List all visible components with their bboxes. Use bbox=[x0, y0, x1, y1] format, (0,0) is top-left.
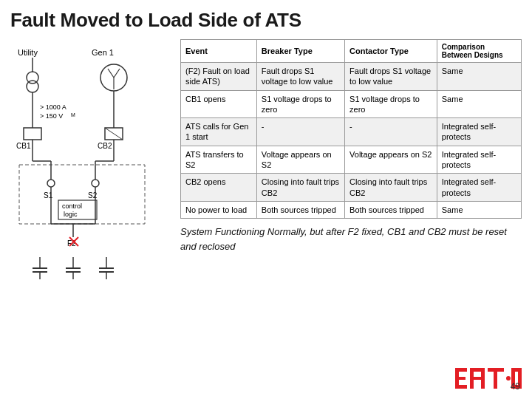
diagram-area: Utility Gen 1 > 100 bbox=[10, 39, 173, 327]
svg-line-20 bbox=[105, 128, 123, 140]
svg-line-7 bbox=[108, 69, 114, 78]
table-row: CB2 opens Closing into fault trips CB2 C… bbox=[181, 174, 522, 202]
svg-rect-62 bbox=[488, 368, 504, 372]
cell-comparison-0: Same bbox=[437, 63, 521, 91]
cell-contactor-3: Voltage appears on S2 bbox=[345, 146, 437, 174]
svg-text:M: M bbox=[71, 112, 75, 117]
table-row: CB1 opens S1 voltage drops to zero S1 vo… bbox=[181, 90, 522, 118]
svg-rect-63 bbox=[494, 372, 497, 389]
cell-comparison-3: Integrated self-protects bbox=[437, 146, 521, 174]
page-number: 49 bbox=[511, 381, 520, 392]
cell-breaker-4: Closing into fault trips CB2 bbox=[256, 174, 344, 202]
svg-text:logic: logic bbox=[64, 211, 78, 218]
table-row: (F2) Fault on load side ATS) Fault drops… bbox=[181, 63, 522, 91]
cell-event-3: ATS transfers to S2 bbox=[181, 146, 257, 174]
cell-comparison-4: Integrated self-protects bbox=[437, 174, 521, 202]
cell-event-2: ATS calls for Gen 1 start bbox=[181, 118, 257, 146]
cell-contactor-2: - bbox=[345, 118, 437, 146]
svg-point-28 bbox=[92, 180, 99, 187]
col-header-contactor: Contactor Type bbox=[345, 40, 437, 63]
table-row: ATS transfers to S2 Voltage appears on S… bbox=[181, 146, 522, 174]
table-row: ATS calls for Gen 1 start - - Integrated… bbox=[181, 118, 522, 146]
svg-text:CB2: CB2 bbox=[98, 142, 112, 150]
svg-rect-60 bbox=[470, 368, 485, 372]
cell-event-4: CB2 opens bbox=[181, 174, 257, 202]
cell-contactor-4: Closing into fault trips CB2 bbox=[345, 174, 437, 202]
svg-text:S1: S1 bbox=[44, 191, 53, 200]
svg-rect-57 bbox=[455, 385, 467, 389]
cell-event-1: CB1 opens bbox=[181, 90, 257, 118]
page-title: Fault Moved to Load Side of ATS bbox=[10, 9, 522, 32]
svg-line-8 bbox=[114, 69, 120, 78]
svg-text:control: control bbox=[62, 202, 82, 210]
cell-breaker-5: Both sources tripped bbox=[256, 201, 344, 218]
cell-comparison-1: Same bbox=[437, 90, 521, 118]
svg-rect-61 bbox=[470, 377, 485, 380]
cell-comparison-5: Same bbox=[437, 201, 521, 218]
svg-point-64 bbox=[506, 376, 511, 381]
svg-rect-15 bbox=[24, 128, 41, 140]
cell-contactor-0: Fault drops S1 voltage to low value bbox=[345, 63, 437, 91]
cell-breaker-1: S1 voltage drops to zero bbox=[256, 90, 344, 118]
table-area: Event Breaker Type Contactor Type Compar… bbox=[180, 39, 522, 327]
cell-event-0: (F2) Fault on load side ATS) bbox=[181, 63, 257, 91]
svg-text:> 150 V: > 150 V bbox=[40, 112, 63, 120]
cell-breaker-0: Fault drops S1 voltage to low value bbox=[256, 63, 344, 91]
cell-event-5: No power to load bbox=[181, 201, 257, 218]
cell-breaker-2: - bbox=[256, 118, 344, 146]
svg-text:Utility: Utility bbox=[18, 48, 38, 57]
cell-comparison-2: Integrated self-protects bbox=[437, 118, 521, 146]
table-row: No power to load Both sources tripped Bo… bbox=[181, 201, 522, 218]
col-header-breaker: Breaker Type bbox=[256, 40, 344, 63]
svg-text:Gen 1: Gen 1 bbox=[92, 48, 114, 57]
bottom-note: System Functioning Normally, but after F… bbox=[180, 225, 522, 253]
svg-text:CB1: CB1 bbox=[16, 142, 31, 150]
cell-contactor-1: S1 voltage drops to zero bbox=[345, 90, 437, 118]
svg-text:S2: S2 bbox=[88, 191, 98, 200]
cell-breaker-3: Voltage appears on S2 bbox=[256, 146, 344, 174]
col-header-comparison: Comparison Between Designs bbox=[437, 40, 521, 63]
svg-text:> 1000 A: > 1000 A bbox=[40, 103, 66, 111]
cell-contactor-5: Both sources tripped bbox=[345, 201, 437, 218]
svg-rect-23 bbox=[19, 165, 145, 224]
svg-point-4 bbox=[27, 81, 38, 92]
col-header-event: Event bbox=[181, 40, 257, 63]
svg-point-24 bbox=[47, 180, 55, 187]
svg-rect-56 bbox=[455, 377, 466, 380]
comparison-table: Event Breaker Type Contactor Type Compar… bbox=[180, 39, 522, 219]
svg-rect-55 bbox=[455, 368, 467, 372]
